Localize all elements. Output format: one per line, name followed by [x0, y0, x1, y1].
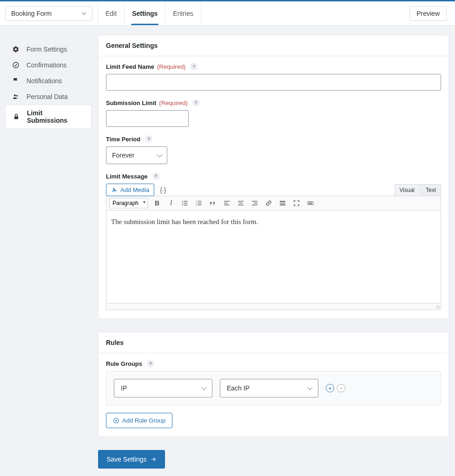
svg-rect-11: [184, 205, 187, 205]
sidenav: Form Settings Confirmations Notification…: [5, 35, 92, 129]
editor-tab-text[interactable]: Text: [421, 184, 441, 196]
svg-rect-18: [224, 201, 230, 201]
form-selector[interactable]: Booking Form: [5, 6, 92, 21]
users-icon: [12, 93, 20, 100]
svg-point-1: [14, 94, 16, 96]
svg-point-33: [310, 202, 311, 203]
panel-title: General Settings: [99, 35, 448, 56]
quote-icon[interactable]: [208, 198, 218, 208]
time-period-label: Time Period ?: [106, 135, 441, 143]
svg-rect-7: [184, 201, 187, 201]
svg-rect-23: [238, 205, 244, 205]
help-icon[interactable]: ?: [147, 360, 154, 367]
editor-tab-visual[interactable]: Visual: [395, 184, 420, 196]
bold-icon[interactable]: B: [152, 198, 162, 208]
lock-icon: [12, 113, 20, 120]
sidenav-item-notifications[interactable]: Notifications: [5, 73, 92, 89]
svg-rect-35: [309, 204, 311, 204]
limit-message-label: Limit Message ?: [106, 172, 441, 180]
svg-rect-3: [14, 116, 18, 119]
svg-point-5: [113, 188, 114, 189]
editor-toolbar: Paragraph B I 123: [106, 196, 441, 211]
svg-rect-30: [308, 202, 313, 205]
time-period-select[interactable]: Forever: [106, 146, 167, 164]
number-list-icon[interactable]: 123: [194, 198, 204, 208]
panel-title: Rules: [99, 332, 448, 353]
add-rule-icon[interactable]: +: [326, 384, 334, 392]
italic-icon[interactable]: I: [166, 198, 176, 208]
rule-match-select[interactable]: Each IP: [220, 379, 318, 397]
sidenav-label: Personal Data: [26, 93, 68, 100]
chevron-down-icon: [82, 11, 86, 16]
arrow-right-icon: [150, 456, 157, 463]
svg-rect-17: [198, 205, 201, 205]
help-icon[interactable]: ?: [145, 135, 152, 143]
link-icon[interactable]: [264, 198, 273, 208]
svg-point-0: [13, 62, 19, 68]
check-circle-icon: [12, 61, 20, 69]
feed-name-input[interactable]: [106, 74, 441, 91]
sidenav-item-confirmations[interactable]: Confirmations: [5, 57, 92, 73]
svg-rect-24: [252, 201, 257, 201]
remove-rule-icon[interactable]: −: [337, 384, 345, 392]
general-settings-panel: General Settings Limit Feed Name (Requir…: [98, 35, 449, 319]
rule-groups-label: Rule Groups ?: [106, 360, 441, 367]
fullscreen-icon[interactable]: [292, 198, 301, 208]
tab-edit[interactable]: Edit: [98, 1, 125, 25]
rules-panel: Rules Rule Groups ? IP Each IP: [98, 332, 449, 437]
sidenav-item-personal-data[interactable]: Personal Data: [5, 89, 92, 105]
align-right-icon[interactable]: [250, 198, 259, 208]
svg-rect-26: [252, 205, 257, 205]
rule-group: IP Each IP + −: [106, 371, 441, 405]
add-media-button[interactable]: Add Media: [106, 184, 154, 196]
submission-limit-input[interactable]: [106, 110, 189, 127]
tab-settings[interactable]: Settings: [125, 1, 165, 25]
svg-rect-19: [224, 203, 228, 203]
svg-point-31: [309, 202, 309, 203]
media-icon: [111, 187, 118, 193]
sidenav-label: Notifications: [26, 77, 62, 85]
add-rule-group-button[interactable]: Add Rule Group: [106, 413, 172, 428]
sidenav-label: Form Settings: [26, 46, 67, 53]
sidenav-item-limit-submissions[interactable]: Limit Submissions: [5, 105, 92, 129]
svg-rect-20: [224, 205, 230, 205]
keyboard-icon[interactable]: [306, 198, 315, 208]
editor-resize-handle[interactable]: [106, 304, 441, 310]
merge-tag-button[interactable]: {·}: [158, 185, 168, 196]
sidenav-label: Limit Submissions: [27, 109, 85, 124]
svg-rect-13: [198, 201, 201, 201]
help-icon[interactable]: ?: [192, 99, 200, 106]
preview-button[interactable]: Preview: [409, 6, 447, 21]
rule-field-select[interactable]: IP: [114, 379, 212, 397]
feed-name-label: Limit Feed Name (Required) ?: [106, 63, 441, 70]
align-left-icon[interactable]: [222, 198, 231, 208]
help-icon[interactable]: ?: [190, 63, 198, 70]
save-settings-button[interactable]: Save Settings: [98, 450, 165, 469]
sidenav-item-form-settings[interactable]: Form Settings: [5, 41, 92, 57]
svg-point-10: [182, 205, 183, 205]
help-icon[interactable]: ?: [152, 172, 160, 180]
svg-point-32: [310, 202, 310, 203]
svg-point-34: [311, 202, 312, 203]
tab-entries[interactable]: Entries: [165, 1, 201, 25]
submission-limit-label: Submission Limit (Required) ?: [106, 99, 441, 106]
align-center-icon[interactable]: [236, 198, 245, 208]
svg-rect-28: [280, 203, 285, 203]
bullet-list-icon[interactable]: [180, 198, 190, 208]
svg-rect-29: [280, 205, 285, 205]
format-select[interactable]: Paragraph: [109, 198, 148, 208]
plus-circle-icon: [113, 417, 119, 424]
gear-icon: [12, 46, 20, 53]
readmore-icon[interactable]: [278, 198, 287, 208]
svg-rect-27: [280, 201, 285, 202]
main-tabs: Edit Settings Entries: [98, 1, 201, 25]
svg-point-2: [16, 95, 18, 96]
svg-rect-9: [184, 203, 187, 203]
editor-textarea[interactable]: The submission limit has been reached fo…: [106, 211, 441, 304]
sidenav-label: Confirmations: [26, 61, 66, 69]
form-selector-label: Booking Form: [11, 10, 52, 17]
svg-rect-21: [238, 201, 244, 201]
svg-point-8: [182, 203, 183, 204]
svg-rect-25: [254, 203, 257, 203]
svg-rect-15: [198, 203, 201, 203]
